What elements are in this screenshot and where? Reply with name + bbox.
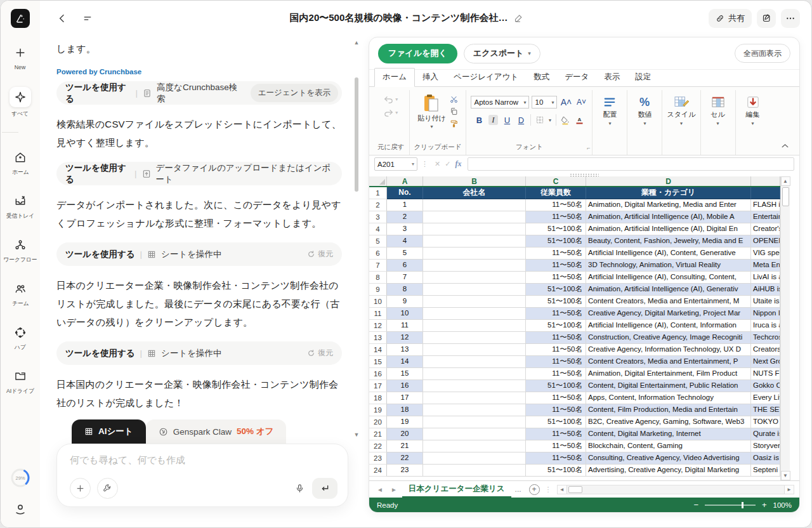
cell-category[interactable]: Beauty, Content, Fashion, Jewelry, Media… [586,235,751,248]
cell-no[interactable]: 11 [387,320,423,332]
cell-employees[interactable]: 11〜50名 [526,428,586,440]
cell-no[interactable]: 7 [387,272,423,284]
header-cell-no[interactable]: No. [387,187,423,199]
cell-company[interactable] [423,248,526,260]
cell-category[interactable]: Creative Agency, Digital Marketing, Proj… [586,308,751,320]
cell-category[interactable]: Content Creators, Media and Entertainmen… [586,296,751,308]
row-number[interactable]: 14 [369,344,387,356]
cell-company[interactable] [423,296,526,308]
back-button[interactable] [54,10,70,27]
cell-employees[interactable]: 51〜100名 [526,235,586,248]
cell-description[interactable]: NUTS FIL [751,368,780,380]
new-chat-button[interactable] [757,9,776,28]
cell-category[interactable]: Artificial Intelligence (AI), Content, G… [586,248,751,260]
sidebar-item-inbox[interactable]: 受信トレイ [2,193,39,220]
cell-company[interactable] [423,332,526,344]
bold-button[interactable]: B [475,116,484,125]
copy-button[interactable] [450,107,458,116]
sheet-tab[interactable]: 日本クリエーター企業リス [402,481,511,498]
cell-no[interactable]: 4 [387,235,423,248]
row-number[interactable]: 11 [369,308,387,320]
cell-description[interactable]: Utaite is [751,296,780,308]
ribbon-tab-ページレイアウト[interactable]: ページレイアウト [446,69,526,86]
sidebar-item-hub[interactable]: ハブ [2,324,39,352]
ribbon-tab-表示[interactable]: 表示 [596,69,627,86]
cell-category[interactable]: Animation, Artificial Intelligence (AI),… [586,223,751,235]
cell-category[interactable]: Animation, Digital Marketing, Media and … [586,199,751,211]
cell-description[interactable]: LivAI is a [751,272,780,284]
sidebar-item-new[interactable]: New [2,44,39,70]
cell-company[interactable] [423,223,526,235]
name-box[interactable]: A201 ▾ [374,157,417,171]
cell-description[interactable]: OPENERS [751,235,780,248]
scroll-left-button[interactable]: ◄ [558,485,567,494]
cell-employees[interactable]: 51〜100名 [526,320,586,332]
cell-no[interactable]: 13 [387,344,423,356]
font-name-select[interactable]: Aptos Narrow▾ [471,96,529,109]
font-color-button[interactable]: A [575,116,584,125]
prev-sheet-button[interactable]: ◄ [374,486,386,493]
cell-employees[interactable]: 11〜50名 [526,248,586,260]
cell-employees[interactable]: 51〜100名 [526,296,586,308]
cell-company[interactable] [423,211,526,223]
cell-description[interactable]: Creator's [751,223,780,235]
sidebar-item-workflow[interactable]: ワークフロー [2,237,39,264]
ribbon-tab-数式[interactable]: 数式 [526,69,557,86]
cell-no[interactable]: 8 [387,284,423,296]
usage-progress-ring[interactable]: 29% [10,468,30,491]
cell-employees[interactable]: 11〜50名 [526,199,586,211]
increase-font-button[interactable]: A˄ [560,97,572,107]
cell-no[interactable]: 15 [387,368,423,380]
row-number[interactable]: 22 [369,440,387,452]
cell-description[interactable]: Techcros [751,332,780,344]
send-button[interactable] [312,478,337,499]
fullscreen-button[interactable]: 全画面表示 [735,44,790,63]
restore-button[interactable]: 復元 [307,348,338,359]
cut-button[interactable] [450,95,458,103]
cell-employees[interactable]: 11〜50名 [526,356,586,368]
zoom-out-button[interactable]: − [693,501,698,509]
cell-description[interactable]: Meta Eng [751,260,780,272]
more-options-button[interactable] [781,9,800,28]
row-number[interactable]: 23 [369,452,387,465]
cell-description[interactable]: Gokko Cl [751,380,780,392]
cell-company[interactable] [423,452,526,465]
cell-employees[interactable]: 11〜50名 [526,392,586,404]
cells-button[interactable]: セル ▾ [705,91,731,126]
zoom-slider[interactable] [705,505,756,506]
next-sheet-button[interactable]: ► [388,486,400,493]
cell-employees[interactable]: 51〜100名 [526,416,586,428]
cell-category[interactable]: Consulting, Creative Agency, Video Adver… [586,452,751,465]
genspark-logo-icon[interactable] [11,9,30,28]
cell-no[interactable]: 9 [387,296,423,308]
sidebar-item-home[interactable]: ホーム [2,149,39,176]
chat-scrollbar-thumb[interactable] [355,77,358,192]
cell-company[interactable] [423,380,526,392]
row-number[interactable]: 8 [369,272,387,284]
zoom-slider-thumb[interactable] [742,502,743,508]
cell-company[interactable] [423,356,526,368]
row-number[interactable]: 21 [369,428,387,440]
decrease-font-button[interactable]: A˅ [575,98,587,107]
hscroll-thumb[interactable] [568,486,582,493]
cell-description[interactable]: VIG spec [751,248,780,260]
mic-button[interactable] [295,484,304,493]
insert-function-icon[interactable]: fx [455,159,461,169]
vscroll-thumb[interactable] [782,187,789,206]
ribbon-tab-データ[interactable]: データ [557,69,596,86]
cell-employees[interactable]: 51〜100名 [526,223,586,235]
borders-button[interactable] [535,116,544,124]
cell-no[interactable]: 17 [387,392,423,404]
input-tab-genspark-claw[interactable]: Genspark Claw50% オフ [146,419,287,444]
cell-employees[interactable]: 11〜50名 [526,404,586,416]
row-number[interactable]: 6 [369,248,387,260]
cell-company[interactable] [423,392,526,404]
tool-use-chip[interactable]: ツールを使用する|シートを操作中復元 [56,242,342,266]
cell-employees[interactable]: 11〜50名 [526,260,586,272]
cell-employees[interactable]: 11〜50名 [526,452,586,465]
redo-button[interactable]: ▾ [384,109,398,117]
restore-button[interactable]: 復元 [307,249,338,260]
cell-employees[interactable]: 11〜50名 [526,440,586,452]
cell-employees[interactable]: 51〜100名 [526,284,586,296]
format-painter-button[interactable] [450,119,458,128]
